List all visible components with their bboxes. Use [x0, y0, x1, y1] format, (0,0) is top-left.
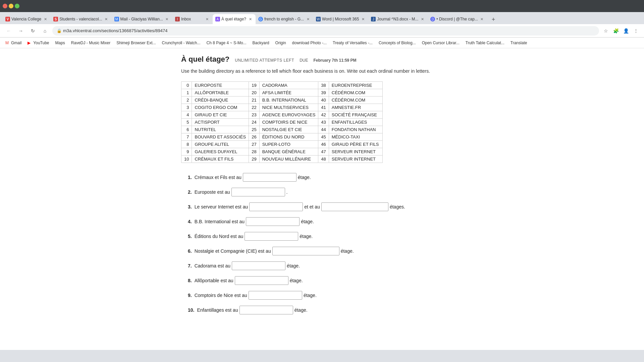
bookmark-label: Shimeji Browser Ext...	[116, 41, 156, 45]
bookmark-label: Translate	[511, 41, 527, 45]
bookmark-truth-table[interactable]: Truth Table Calculat...	[463, 40, 507, 46]
floor-number: 44	[318, 126, 329, 133]
tab-label: Mail - Glaciyas Willian...	[120, 17, 163, 21]
q3-answer-input-2[interactable]	[321, 202, 388, 211]
extensions-icon[interactable]: 🧩	[612, 27, 620, 35]
bookmark-gmail[interactable]: M Gmail	[3, 40, 24, 46]
q4-answer-input[interactable]	[246, 217, 300, 226]
tab-favicon: S	[53, 17, 58, 21]
table-row: 3 COGITO ERGO COM 22 NICE MULTISERVICES …	[181, 104, 383, 111]
q8-text-before: Allôportable est au	[195, 278, 233, 283]
bookmark-shimeji[interactable]: Shimeji Browser Ext...	[114, 40, 158, 46]
q10-answer-input[interactable]	[239, 306, 293, 314]
new-tab-button[interactable]: +	[489, 15, 498, 24]
bookmark-download-photo[interactable]: download Photo -...	[289, 40, 329, 46]
bookmark-label: RaveDJ - Music Mixer	[71, 41, 110, 45]
tab-favicon: M	[114, 17, 119, 21]
bookmark-label: Gmail	[11, 41, 21, 45]
tab-label: Valencia College	[11, 17, 41, 21]
q5-answer-input[interactable]	[245, 232, 298, 241]
bookmark-ravedj[interactable]: RaveDJ - Music Mixer	[68, 40, 113, 46]
url-bar[interactable]: 🔒 m3a.vhlcentral.com/sections/1366875/ac…	[52, 26, 599, 36]
bookmark-label: Treaty of Versailles -...	[333, 41, 373, 45]
business-name: SUPER-LOTO	[259, 141, 318, 148]
floor-number: 23	[249, 111, 259, 119]
tab-close-icon[interactable]: ✕	[479, 16, 485, 22]
bookmark-translate[interactable]: Translate	[508, 40, 530, 46]
home-button[interactable]: ⌂	[40, 26, 50, 36]
table-row: 9 GALERIES DUFAYEL 28 BANQUE GÉNÉRALE 47…	[181, 148, 383, 156]
forward-button[interactable]: →	[16, 26, 25, 36]
tab-students[interactable]: S Students - valenciacol... ✕	[51, 14, 111, 24]
bookmark-label: Truth Table Calculat...	[466, 41, 504, 45]
floor-number: 38	[318, 82, 329, 89]
floor-number: 3	[181, 104, 192, 111]
tab-discord[interactable]: D • Discord | @The cap... ✕	[428, 14, 487, 24]
close-button[interactable]	[3, 4, 7, 8]
q8-answer-input[interactable]	[235, 276, 288, 285]
tab-journal[interactable]: J Journal ^N3.docx - M... ✕	[368, 14, 428, 24]
tab-mail[interactable]: M Mail - Glaciyas Willian... ✕	[112, 14, 172, 24]
q9-answer-input[interactable]	[249, 291, 302, 300]
bookmark-maps[interactable]: Maps	[53, 40, 68, 46]
floor-number: 43	[318, 119, 329, 126]
q1-answer-input[interactable]	[243, 173, 297, 182]
bookmark-open-cursor[interactable]: Open Cursor Librar...	[419, 40, 462, 46]
profile-icon[interactable]: 👤	[622, 27, 630, 35]
floor-number: 22	[249, 104, 259, 111]
q3-text-after: étages.	[390, 204, 405, 209]
tab-inbox[interactable]: I Inbox ✕	[172, 14, 213, 24]
floor-number: 39	[318, 89, 329, 97]
business-name: GIRAUD ET CIE	[192, 111, 249, 119]
q5-text-before: Éditions du Nord est au	[195, 234, 244, 239]
q8-number: 8.	[188, 278, 192, 283]
bookmark-concepts[interactable]: Concepts of Biolog...	[376, 40, 419, 46]
reload-button[interactable]: ↻	[28, 26, 38, 36]
tab-word[interactable]: W Word | Microsoft 365 ✕	[313, 14, 368, 24]
tab-label: Word | Microsoft 365	[322, 17, 359, 21]
back-button[interactable]: ←	[4, 26, 13, 36]
bookmark-label: download Photo -...	[292, 41, 327, 45]
business-name: SOCIÉTÉ FRANÇAISE	[329, 111, 382, 119]
tab-close-icon[interactable]: ✕	[104, 16, 109, 22]
business-name: CADORAMA	[259, 82, 318, 89]
table-row: 1 ALLÔPORTABLE 20 AFSA LIMITÉE 39 CÉDÉRO…	[181, 89, 383, 97]
tab-valencia-college[interactable]: V Valencia College ✕	[3, 14, 51, 24]
business-name: SERVEUR INTERNET	[329, 148, 382, 156]
q6-text-before: Nostalgie et Compagnie (CIE) est au	[195, 248, 271, 254]
tab-favicon: V	[5, 17, 10, 21]
tab-close-icon[interactable]: ✕	[420, 16, 425, 22]
minimize-button[interactable]	[9, 4, 13, 8]
q4-text-before: B.B. International est au	[195, 219, 245, 224]
bookmarks-bar: M Gmail ▶ YouTube Maps RaveDJ - Music Mi…	[0, 38, 644, 48]
q6-answer-input[interactable]	[272, 247, 339, 255]
q7-text-before: Cadorama est au	[195, 263, 230, 268]
tab-close-icon[interactable]: ✕	[205, 16, 210, 22]
bookmark-crunchyroll[interactable]: Crunchyroll - Watch...	[159, 40, 203, 46]
page-wrapper: À quel étage? UNLIMITED ATTEMPTS LEFT DU…	[0, 48, 644, 350]
q9-text-after: étage.	[304, 293, 317, 298]
q7-answer-input[interactable]	[232, 261, 285, 270]
bookmark-ch8[interactable]: Ch 8 Page 4 ~ S-Mo...	[204, 40, 249, 46]
tab-a-quel-etage[interactable]: A À quel étage? ✕	[213, 14, 256, 24]
tab-close-icon[interactable]: ✕	[248, 16, 253, 22]
maximize-button[interactable]	[15, 4, 19, 8]
bookmark-label: YouTube	[33, 41, 49, 45]
tab-french-english[interactable]: G french to english - G... ✕	[256, 14, 313, 24]
q2-answer-input[interactable]	[231, 188, 285, 196]
menu-icon[interactable]: ⋮	[632, 27, 640, 35]
tab-close-icon[interactable]: ✕	[305, 16, 311, 22]
bookmark-origin[interactable]: Origin	[273, 40, 289, 46]
business-name: FONDATION NATHAN	[329, 126, 382, 133]
tab-close-icon[interactable]: ✕	[164, 16, 170, 22]
tab-close-icon[interactable]: ✕	[360, 16, 366, 22]
bookmark-treaty[interactable]: Treaty of Versailles -...	[330, 40, 375, 46]
business-name: CÉDÉROM.COM	[329, 89, 382, 97]
bookmark-youtube[interactable]: ▶ YouTube	[25, 40, 52, 46]
business-name: COGITO ERGO COM	[192, 104, 249, 111]
bookmark-star-icon[interactable]: ☆	[602, 27, 610, 35]
question-7: 7. Cadorama est au étage.	[188, 261, 456, 270]
q3-answer-input-1[interactable]	[249, 202, 303, 211]
tab-close-icon[interactable]: ✕	[43, 16, 48, 22]
bookmark-backyard[interactable]: Backyard	[250, 40, 272, 46]
